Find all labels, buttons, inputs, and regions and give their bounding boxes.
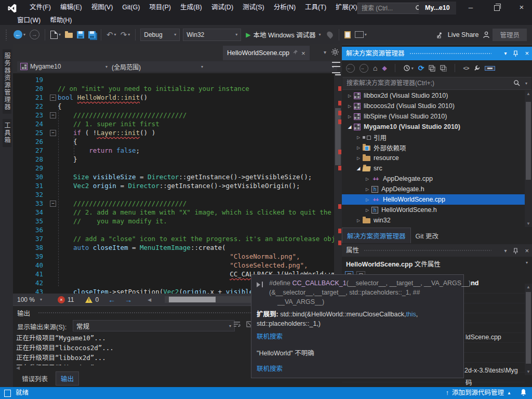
properties-wrench-icon[interactable] (473, 65, 480, 72)
code-line-24[interactable]: 24// 1. super init first (13, 119, 334, 128)
code-line-35[interactable]: 35// you may modify it. (13, 217, 334, 225)
solution-platform-dropdown[interactable]: Win32▾ (183, 29, 241, 41)
tree-item-AppDelegate.h[interactable]: ▷hAppDelegate.h (342, 184, 525, 194)
fold-marker-icon[interactable]: − (50, 112, 56, 118)
save-button[interactable] (75, 29, 86, 41)
tab-solution-explorer[interactable]: 解决方案资源管理器 (342, 228, 411, 243)
output-hscroll-left-icon[interactable]: ◀ (16, 365, 20, 370)
code-line-26[interactable]: 26{ (13, 137, 334, 146)
solution-search-input[interactable]: 搜索解决方案资源管理器(Ctrl+;) ▾ (342, 77, 531, 90)
find-in-files-button[interactable] (342, 29, 353, 41)
add-user-button[interactable] (481, 29, 493, 41)
scrollbar-thumb[interactable] (526, 292, 531, 364)
add-to-source-control-button[interactable]: ↑ 添加到源代码管理 ▲ (446, 387, 511, 399)
code-line-40[interactable]: 40"CloseSelected.png", (13, 261, 334, 270)
menu-帮助(H)[interactable]: 帮助(H) (45, 16, 76, 25)
macro-expand-icon[interactable] (257, 282, 264, 287)
code-line-28[interactable]: 28} (13, 155, 334, 164)
code-line-20[interactable]: 20// on "init" you need to initialize yo… (13, 84, 334, 93)
new-project-button[interactable]: ▾ (48, 29, 63, 41)
code-line-37[interactable]: 37// add a "close" icon to exit the prog… (13, 234, 334, 243)
switch-views-icon[interactable]: ◆ (382, 64, 387, 72)
zoom-level-dropdown[interactable]: 100 %▾ (17, 296, 50, 303)
tree-item-Mygame10-Visual-Studio-2010-[interactable]: ◢Mygame10 (Visual Studio 2010) (342, 122, 525, 132)
close-button[interactable]: × (512, 0, 531, 16)
editor-options-gear-icon[interactable] (331, 48, 339, 56)
code-line-38[interactable]: 38auto closeItem = MenuItemImage::create… (13, 243, 334, 252)
split-window-icon[interactable] (332, 62, 340, 73)
tree-item-HelloWorldScene.h[interactable]: ▷hHelloWorldScene.h (342, 205, 525, 215)
copy-path-icon[interactable] (440, 65, 447, 72)
minimize-button[interactable]: – (461, 0, 480, 16)
code-line-33[interactable]: 33−///////////////////////////// (13, 199, 334, 208)
code-line-21[interactable]: 21−bool HelloWorld::init() (13, 93, 334, 102)
menu-文件(F)[interactable]: 文件(F) (25, 0, 56, 15)
solution-configuration-dropdown[interactable]: Debug▾ (140, 29, 180, 41)
hscroll-left-arrow-icon[interactable]: ◀ (148, 297, 151, 302)
code-line-39[interactable]: 39"CloseNormal.png", (13, 252, 334, 261)
error-count[interactable]: 11 (68, 296, 74, 303)
output-source-dropdown[interactable]: 常规▾ (73, 320, 235, 331)
preview-selected-items-icon[interactable] (485, 66, 495, 71)
menu-测试(S)[interactable]: 测试(S) (238, 0, 269, 15)
tree-item--[interactable]: ▷引用 (342, 132, 525, 142)
scrollbar-thumb[interactable] (335, 108, 341, 165)
refresh-icon[interactable]: ⟳ (418, 64, 424, 72)
fold-marker-icon[interactable]: − (50, 130, 56, 136)
properties-scrollbar[interactable]: ▲ ▼ (525, 284, 532, 375)
navigate-forward-icon[interactable]: → (125, 296, 132, 304)
tree-item-src[interactable]: ◢src (342, 163, 525, 174)
navigate-back-button[interactable]: ←▾ (11, 29, 28, 41)
sidebar-tab-server-explorer[interactable]: 服务器资源管理器 (3, 49, 11, 114)
show-all-files-icon[interactable]: <> (463, 65, 469, 71)
tree-item-AppDelegate.cpp[interactable]: ▷++AppDelegate.cpp (342, 174, 525, 184)
scope-dropdown[interactable]: (全局范围)▾ (109, 61, 206, 72)
editor-vertical-scrollbar[interactable] (334, 73, 342, 294)
toolbar-grip[interactable] (5, 29, 7, 41)
pin-icon[interactable] (513, 248, 518, 254)
menu-分析(N)[interactable]: 分析(N) (269, 0, 300, 15)
code-line-31[interactable]: 31Vec2 origin = Director::getInstance()-… (13, 181, 334, 190)
menu-窗口(W)[interactable]: 窗口(W) (12, 16, 45, 25)
tab-git-changes[interactable]: Git 更改 (411, 228, 443, 243)
code-line-29[interactable]: 29 (13, 164, 334, 172)
code-line-30[interactable]: 30Size visibleSize = Director::getInstan… (13, 172, 334, 181)
menu-Git(G)[interactable]: Git(G) (117, 0, 144, 15)
tree-item-HelloWorldScene.cpp[interactable]: ▷++HelloWorldScene.cpp (342, 194, 525, 205)
code-line-23[interactable]: 23−///////////////////////////// (13, 111, 334, 119)
hot-reload-icon[interactable] (325, 30, 334, 38)
online-search-link-2[interactable]: 联机搜索 (257, 364, 283, 374)
chevron-down-icon[interactable]: ▾ (526, 260, 528, 265)
code-line-34[interactable]: 34// 2. add a menu item with "X" image, … (13, 208, 334, 217)
tree-item--[interactable]: ▷外部依赖项 (342, 142, 525, 153)
se-back-icon[interactable]: ← (346, 64, 355, 73)
code-line-22[interactable]: 22{ (13, 102, 334, 111)
code-line-32[interactable]: 32 (13, 190, 334, 199)
start-debugging-button[interactable]: ▶本地 Windows 调试器▾ (243, 30, 324, 39)
navigate-backward-icon[interactable]: ← (108, 296, 115, 304)
quick-search-box[interactable]: 搜索 (Ctrl... (357, 3, 424, 14)
properties-object-selector[interactable]: HelloWorldScene.cpp 文件属性 ▾ (346, 259, 528, 270)
navigate-forward-button[interactable]: → (28, 29, 42, 41)
menu-调试(D)[interactable]: 调试(D) (207, 0, 238, 15)
tree-item-win32[interactable]: ▷win32 (342, 215, 525, 225)
solution-tree-scrollbar[interactable]: ▲ ▼ (525, 90, 532, 227)
member-dropdown[interactable]: ▾ (203, 61, 337, 72)
collapse-all-icon[interactable] (429, 65, 435, 72)
window-position-chevron-icon[interactable]: ▾ (504, 245, 507, 257)
fold-marker-icon[interactable]: − (50, 95, 56, 101)
notifications-bell-icon[interactable] (520, 389, 527, 399)
undo-button[interactable]: ↶▾ (104, 29, 118, 41)
menu-视图(V)[interactable]: 视图(V) (87, 0, 118, 15)
tab-list-chevron-icon[interactable]: ▾ (324, 49, 326, 55)
project-dropdown[interactable]: Mygame10▾ (17, 61, 111, 72)
tree-item-resource[interactable]: ▷resource (342, 153, 525, 163)
save-all-button[interactable] (86, 29, 98, 41)
code-line-19[interactable]: 19 (13, 75, 334, 84)
menu-编辑(E)[interactable]: 编辑(E) (56, 0, 87, 15)
properties-header[interactable]: 属性 ▾ × (342, 244, 532, 257)
window-position-chevron-icon[interactable]: ▾ (504, 47, 507, 60)
code-line-25[interactable]: 25−if ( !Layer::init() ) (13, 128, 334, 137)
code-line-27[interactable]: 27return false; (13, 146, 334, 155)
tree-item-libcocos2d-Visual-Studio-2010-[interactable]: ▷libcocos2d (Visual Studio 2010) (342, 101, 525, 111)
